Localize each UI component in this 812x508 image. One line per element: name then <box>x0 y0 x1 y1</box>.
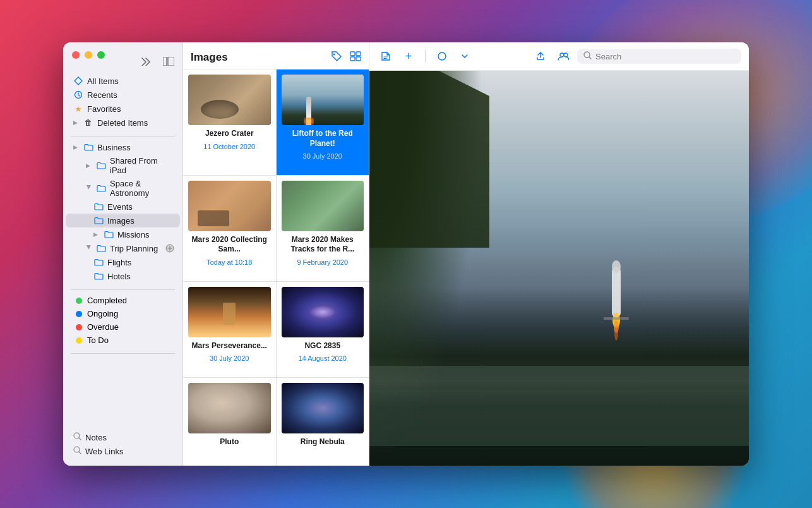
note-title-jezero: Jezero Crater <box>188 129 271 139</box>
svg-rect-10 <box>350 57 355 61</box>
recents-icon <box>73 90 83 100</box>
note-title-ring: Ring Nebula <box>282 437 364 447</box>
sidebar-item-hotels[interactable]: Hotels <box>66 269 180 283</box>
tree-silhouette <box>369 71 483 466</box>
note-card-ngc[interactable]: NGC 2835 14 August 2020 <box>277 282 369 377</box>
note-date-liftoff: 30 July 2020 <box>282 152 364 160</box>
note-card-pluto[interactable]: Pluto <box>183 378 276 466</box>
divider-3 <box>71 353 175 354</box>
add-button[interactable]: + <box>400 47 417 65</box>
weblinks-search-label: Web Links <box>85 447 123 456</box>
close-button[interactable] <box>72 51 80 59</box>
note-date-jezero: 11 October 2020 <box>188 143 271 150</box>
folders-section: ▶ Business ▶ Shared From iPad ▶ <box>63 140 182 283</box>
sidebar-item-shared-from-ipad[interactable]: ▶ Shared From iPad <box>66 154 180 177</box>
share-button[interactable] <box>532 47 549 65</box>
search-box[interactable] <box>577 49 741 64</box>
right-toolbar: + <box>369 42 749 71</box>
app-window: All Items Recents ★ Favorites ▶ 🗑 Delete… <box>63 42 749 466</box>
divider-1 <box>71 136 175 136</box>
sidebar-item-deleted[interactable]: ▶ 🗑 Deleted Items <box>66 116 180 130</box>
middle-header: Images <box>183 42 369 70</box>
add-trip-icon[interactable] <box>165 243 175 253</box>
sidebar-item-missions[interactable]: ▶ Missions <box>66 227 180 241</box>
overdue-tag-label: Overdue <box>87 322 119 332</box>
toolbar-right <box>532 47 741 65</box>
tag-todo[interactable]: To Do <box>66 334 180 347</box>
middle-panel-title: Images <box>191 51 228 64</box>
trip-chevron: ▶ <box>86 245 92 251</box>
note-title-ngc: NGC 2835 <box>282 341 364 351</box>
sidebar-item-notes[interactable]: Notes <box>66 430 180 444</box>
new-note-button[interactable] <box>377 47 395 65</box>
minimize-button[interactable] <box>85 51 92 59</box>
search-input[interactable] <box>595 52 735 61</box>
events-label: Events <box>107 202 175 212</box>
business-chevron: ▶ <box>73 144 80 150</box>
note-thumb-ngc <box>282 287 364 337</box>
favorites-icon: ★ <box>73 104 83 114</box>
tag-completed[interactable]: Completed <box>66 294 180 307</box>
svg-rect-21 <box>604 317 629 320</box>
tag-filter-icon[interactable] <box>331 51 342 64</box>
tag-overdue[interactable]: Overdue <box>66 320 180 334</box>
search-icon <box>583 51 592 61</box>
sidebar-icon-a[interactable] <box>140 55 152 68</box>
note-card-mars2020-collecting[interactable]: Mars 2020 Collecting Sam... Today at 10:… <box>183 176 276 281</box>
todo-dot <box>76 337 82 344</box>
sidebar-item-images[interactable]: Images <box>66 214 180 227</box>
sidebar-panel-icon[interactable] <box>162 55 175 68</box>
note-card-mars2020-tracks[interactable]: Mars 2020 Makes Tracks for the R... 9 Fe… <box>277 176 369 281</box>
sidebar-item-events[interactable]: Events <box>66 200 180 214</box>
shared-chevron: ▶ <box>86 162 92 169</box>
shared-label: Shared From iPad <box>110 156 175 175</box>
sidebar-item-recents[interactable]: Recents <box>66 88 180 102</box>
grid-view-icon[interactable] <box>350 51 361 64</box>
todo-tag-label: To Do <box>87 336 109 345</box>
all-items-icon <box>73 76 83 86</box>
note-thumb-mars2020 <box>188 181 271 231</box>
svg-point-17 <box>612 260 621 273</box>
note-title-liftoff: Liftoff to the Red Planet! <box>282 129 364 148</box>
sidebar-item-all-items[interactable]: All Items <box>66 74 180 88</box>
smart-searches-section: Notes Web Links <box>63 430 182 458</box>
sidebar-item-trip-planning[interactable]: ▶ Trip Planning <box>66 241 180 255</box>
right-panel: + <box>369 42 749 466</box>
tag-ongoing[interactable]: Ongoing <box>66 307 180 320</box>
note-card-liftoff[interactable]: Liftoff to the Red Planet! 30 July 2020 <box>277 70 369 175</box>
note-title-mars2020-collecting: Mars 2020 Collecting Sam... <box>188 235 271 255</box>
note-card-jezero[interactable]: Jezero Crater 11 October 2020 <box>183 70 276 175</box>
note-date-mars2020-collecting: Today at 10:18 <box>188 258 271 266</box>
sidebar-item-space-astronomy[interactable]: ▶ Space & Astronomy <box>66 177 180 200</box>
missions-chevron: ▶ <box>93 231 100 238</box>
sidebar-item-web-links[interactable]: Web Links <box>66 444 180 458</box>
sidebar-item-favorites[interactable]: ★ Favorites <box>66 102 180 116</box>
haze-layer <box>369 356 749 406</box>
sidebar-item-business[interactable]: ▶ Business <box>66 140 180 154</box>
sidebar-item-flights[interactable]: Flights <box>66 255 180 269</box>
svg-point-20 <box>614 325 618 341</box>
space-folder-icon <box>96 183 106 193</box>
svg-rect-1 <box>168 57 174 66</box>
add-icon: + <box>405 50 412 63</box>
overdue-dot <box>76 324 82 330</box>
trip-label: Trip Planning <box>110 244 158 253</box>
middle-panel: Images Jezero Crater 11 October 2020 <box>183 42 369 466</box>
notes-search-label: Notes <box>85 433 107 442</box>
rocket-svg <box>597 254 635 355</box>
note-thumb-pluto <box>188 383 271 433</box>
folder-icon <box>83 142 93 152</box>
note-card-ring[interactable]: Ring Nebula <box>277 378 369 466</box>
completed-dot <box>76 298 82 304</box>
format-button[interactable] <box>433 47 451 65</box>
smart-folders-section: All Items Recents ★ Favorites ▶ 🗑 Delete… <box>63 74 182 130</box>
note-card-perseverance[interactable]: Mars Perseverance... 30 July 2020 <box>183 282 276 377</box>
divider-2 <box>71 289 175 290</box>
collaborate-button[interactable] <box>554 47 572 65</box>
note-date-mars2020-tracks: 9 February 2020 <box>282 258 364 266</box>
deleted-chevron: ▶ <box>73 119 80 126</box>
images-folder-icon <box>93 215 104 226</box>
format-chevron-button[interactable] <box>456 47 474 65</box>
space-chevron: ▶ <box>86 185 92 191</box>
maximize-button[interactable] <box>97 51 105 59</box>
